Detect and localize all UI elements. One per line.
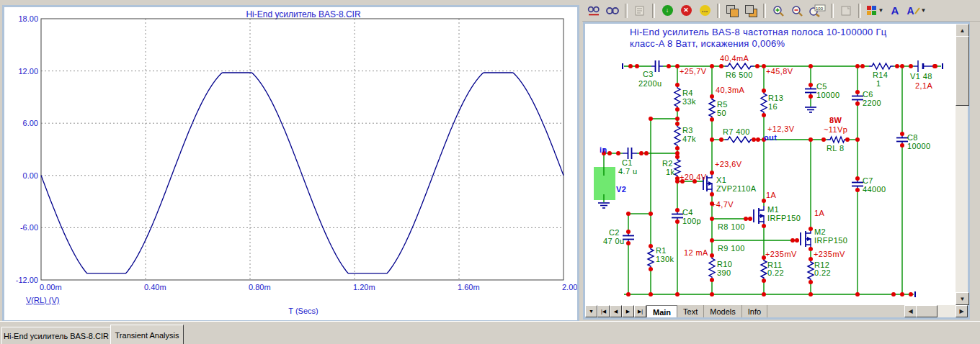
- plot-legend-vrl[interactable]: V(RL) (V): [26, 296, 59, 304]
- component-label: R13: [768, 94, 783, 102]
- schematic-tabs: MainTextModelsInfo: [646, 305, 767, 317]
- bring-to-front-button[interactable]: [723, 2, 741, 19]
- component-label: R8 100: [718, 222, 745, 231]
- transient-plot-window: Hi-End усилитель BAS-8.CIR 18.0012.006.0…: [2, 5, 579, 322]
- component-label: C5: [816, 82, 827, 91]
- send-back-icon: [745, 5, 757, 17]
- component-label: 44000: [863, 185, 886, 194]
- zoom-100-button[interactable]: 100: [807, 2, 827, 19]
- value-label: +4,7V: [711, 200, 734, 209]
- run-button[interactable]: ↓: [659, 2, 676, 19]
- component-label: 1: [876, 79, 881, 88]
- font-button[interactable]: A: [886, 2, 904, 19]
- zoom-out-button[interactable]: [788, 2, 806, 19]
- notepad-icon: [634, 5, 646, 17]
- stop-button[interactable]: ✕: [677, 2, 695, 19]
- component-label: 1k: [666, 168, 674, 176]
- tab-last-button[interactable]: ▶|: [634, 305, 646, 317]
- component-label: 0.22: [767, 268, 784, 277]
- schematic-tab-text[interactable]: Text: [677, 305, 704, 317]
- svg-text:100: 100: [816, 6, 824, 10]
- toolbar-separator: [763, 4, 766, 18]
- tab-prev-button[interactable]: ◀: [610, 305, 622, 317]
- zoom-in-icon: [772, 4, 785, 17]
- schematic-vertical-scrollbar[interactable]: ▲ ▼: [956, 24, 968, 305]
- color-palette-button[interactable]: ▼: [865, 2, 885, 19]
- value-label: +23,6V: [715, 160, 742, 168]
- schematic-horizontal-scrollbar[interactable]: ◀ ▶: [904, 305, 968, 317]
- document-tab-bar: Hi-End усилитель BAS-8.CIR Transient Ana…: [0, 321, 980, 344]
- component-label: 10000: [907, 142, 931, 150]
- component-label: R14: [873, 71, 888, 79]
- component-label: R7 400: [723, 127, 750, 136]
- value-label: 2,1A: [915, 81, 932, 90]
- color-grid-icon: [866, 5, 878, 17]
- report-button[interactable]: [631, 2, 649, 19]
- options-button[interactable]: …: [696, 2, 713, 19]
- scroll-up-button[interactable]: ▲: [956, 24, 969, 37]
- page-icon: [840, 5, 852, 17]
- transient-plot-canvas[interactable]: 18.0012.006.000.00-6.00-12.000.00m0.40m0…: [4, 7, 577, 320]
- horizontal-scroll-thumb[interactable]: [916, 305, 937, 317]
- x-tick-label: 1.60m: [458, 283, 480, 291]
- tab-dropdown-button[interactable]: ▼: [585, 305, 597, 317]
- value-label: 12 mA: [684, 248, 708, 257]
- tab-transient-analysis[interactable]: Transient Analysis: [110, 325, 184, 344]
- component-label: C3: [643, 70, 654, 78]
- x-tick-label: 0.80m: [249, 283, 271, 291]
- x-tick-label: 2.00m: [562, 283, 577, 291]
- scroll-right-button[interactable]: ▶: [956, 305, 968, 317]
- component-label: C6: [863, 90, 873, 99]
- left-arrow-icon: ◀: [908, 308, 912, 314]
- pen-icon: [914, 6, 920, 15]
- down-arrow-icon: ▼: [589, 309, 594, 314]
- component-label: R10: [717, 260, 732, 268]
- scroll-down-button[interactable]: ▼: [956, 292, 969, 305]
- schematic-tab-info[interactable]: Info: [742, 305, 767, 317]
- value-label: +235mV: [765, 250, 797, 258]
- binoculars-underline-icon: [587, 5, 600, 17]
- scroll-left-button[interactable]: ◀: [904, 305, 917, 317]
- tab-circuit-file[interactable]: Hi-End усилитель BAS-8.CIR: [1, 327, 111, 344]
- component-label: R6 500: [726, 71, 753, 79]
- x-tick-label: 0.40m: [144, 283, 166, 291]
- tab-next-button[interactable]: ▶: [622, 305, 634, 317]
- component-label: C2: [609, 228, 620, 237]
- component-label: IRFP150: [767, 214, 801, 222]
- component-label: C1: [622, 158, 633, 167]
- schematic-tab-main[interactable]: Main: [646, 305, 677, 317]
- page-view-button[interactable]: [837, 2, 855, 19]
- value-label: +25,7V: [680, 67, 707, 76]
- value-label: 8W: [829, 116, 842, 125]
- plot-x-axis-label: T (Secs): [213, 307, 393, 315]
- zoom-in-button[interactable]: [770, 2, 787, 19]
- font-style-button[interactable]: A ▼: [905, 2, 928, 19]
- component-label: X1: [716, 176, 726, 184]
- tab-first-button[interactable]: |◀: [597, 305, 610, 317]
- schematic-toolbar: ↓ ✕ … 100: [582, 0, 980, 22]
- zoom-out-icon: [790, 4, 803, 17]
- find-button[interactable]: [604, 2, 621, 19]
- component-label: 2200: [863, 99, 881, 107]
- send-to-back-button[interactable]: [742, 2, 760, 19]
- vertical-scroll-thumb[interactable]: [956, 36, 969, 106]
- right-arrow-icon: ▶: [959, 308, 963, 314]
- component-label: R5: [717, 100, 728, 109]
- value-label: ~11Vp: [824, 125, 847, 134]
- node-label: in: [600, 145, 607, 154]
- schematic-canvas[interactable]: Hi-End усилитель BAS-8 частотная полоса …: [585, 24, 956, 305]
- node-label: V2: [616, 185, 626, 194]
- find-replace-button[interactable]: [585, 2, 602, 19]
- component-label: 4.7 u: [618, 167, 637, 176]
- value-label: +235mV: [814, 250, 845, 258]
- component-label: R2: [662, 159, 673, 168]
- component-label: R3: [682, 126, 693, 135]
- zoom-100-icon: 100: [808, 4, 826, 17]
- toolbar-separator: [858, 4, 861, 18]
- font-edit-icon: A: [906, 5, 914, 17]
- component-label: 16: [768, 102, 778, 111]
- schematic-tab-models[interactable]: Models: [704, 305, 741, 317]
- component-label: ZVP2110A: [716, 184, 757, 193]
- toolbar-separator: [717, 4, 720, 18]
- value-label: 1A: [814, 209, 824, 217]
